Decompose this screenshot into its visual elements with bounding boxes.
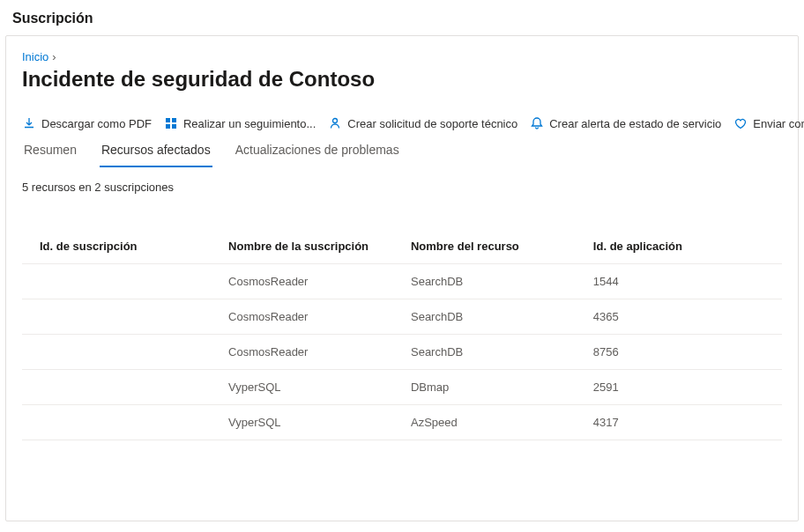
col-application-id[interactable]: Id. de aplicación xyxy=(584,229,782,264)
breadcrumb: Inicio› xyxy=(22,50,782,63)
bell-icon xyxy=(530,116,544,130)
cell-res-name: AzSpeed xyxy=(402,405,584,440)
person-support-icon xyxy=(328,116,342,130)
tabs: Resumen Recursos afectados Actualizacion… xyxy=(22,136,782,168)
alert-label: Crear alerta de estado de servicio xyxy=(549,117,721,130)
cell-sub-id xyxy=(22,264,220,299)
cell-sub-name: VyperSQL xyxy=(220,405,402,440)
svg-rect-3 xyxy=(172,124,176,129)
support-request-button[interactable]: Crear solicitud de soporte técnico xyxy=(328,116,517,130)
cell-app-id: 4365 xyxy=(584,299,782,335)
resource-count-summary: 5 recursos en 2 suscripciones xyxy=(22,181,782,194)
col-subscription-name[interactable]: Nombre de la suscripción xyxy=(220,229,402,264)
download-pdf-button[interactable]: Descargar como PDF xyxy=(22,116,152,130)
cell-app-id: 4317 xyxy=(584,405,782,440)
svg-rect-1 xyxy=(172,118,176,122)
support-label: Crear solicitud de soporte técnico xyxy=(347,117,517,130)
table-row[interactable]: VyperSQLAzSpeed4317 xyxy=(22,405,782,440)
cell-app-id: 8756 xyxy=(584,335,782,370)
cell-app-id: 1544 xyxy=(584,264,782,299)
col-subscription-id[interactable]: Id. de suscripción xyxy=(22,229,220,264)
svg-rect-2 xyxy=(166,124,170,129)
cell-sub-id xyxy=(22,335,220,370)
grid-icon xyxy=(164,116,178,130)
create-alert-button[interactable]: Crear alerta de estado de servicio xyxy=(530,116,721,130)
chevron-right-icon: › xyxy=(52,50,56,63)
send-feedback-button[interactable]: Enviar comentarios xyxy=(733,116,804,130)
cell-res-name: SearchDB xyxy=(402,335,584,370)
tab-summary[interactable]: Resumen xyxy=(22,136,78,167)
track-label: Realizar un seguimiento... xyxy=(183,117,316,130)
cell-app-id: 2591 xyxy=(584,370,782,405)
feedback-label: Enviar comentarios xyxy=(753,117,804,130)
cell-sub-id xyxy=(22,370,220,405)
cell-sub-id xyxy=(22,405,220,440)
table-row[interactable]: CosmosReaderSearchDB1544 xyxy=(22,264,782,299)
table-header-row: Id. de suscripción Nombre de la suscripc… xyxy=(22,229,782,264)
page-header: Suscripción xyxy=(5,7,799,35)
download-pdf-label: Descargar como PDF xyxy=(41,117,152,130)
cell-sub-id xyxy=(22,299,220,335)
svg-rect-0 xyxy=(166,118,170,122)
breadcrumb-home[interactable]: Inicio xyxy=(22,50,48,63)
cell-sub-name: CosmosReader xyxy=(220,335,402,370)
resources-table: Id. de suscripción Nombre de la suscripc… xyxy=(22,229,782,440)
page-title: Incidente de seguridad de Contoso xyxy=(22,67,782,92)
cell-res-name: SearchDB xyxy=(402,299,584,335)
cell-res-name: SearchDB xyxy=(402,264,584,299)
content-card: Inicio› Incidente de seguridad de Contos… xyxy=(5,35,799,521)
table-row[interactable]: CosmosReaderSearchDB4365 xyxy=(22,299,782,335)
cell-sub-name: CosmosReader xyxy=(220,264,402,299)
heart-icon xyxy=(733,116,748,130)
table-row[interactable]: VyperSQLDBmap2591 xyxy=(22,370,782,405)
svg-point-4 xyxy=(333,119,338,123)
table-row[interactable]: CosmosReaderSearchDB8756 xyxy=(22,335,782,370)
cell-res-name: DBmap xyxy=(402,370,584,405)
cell-sub-name: CosmosReader xyxy=(220,299,402,335)
tab-problem-updates[interactable]: Actualizaciones de problemas xyxy=(234,136,401,167)
track-button[interactable]: Realizar un seguimiento... xyxy=(164,116,316,130)
cell-sub-name: VyperSQL xyxy=(220,370,402,405)
tab-affected-resources[interactable]: Recursos afectados xyxy=(100,136,212,167)
download-icon xyxy=(22,116,36,130)
toolbar: Descargar como PDF Realizar un seguimien… xyxy=(22,116,782,130)
col-resource-name[interactable]: Nombre del recurso xyxy=(402,229,584,264)
